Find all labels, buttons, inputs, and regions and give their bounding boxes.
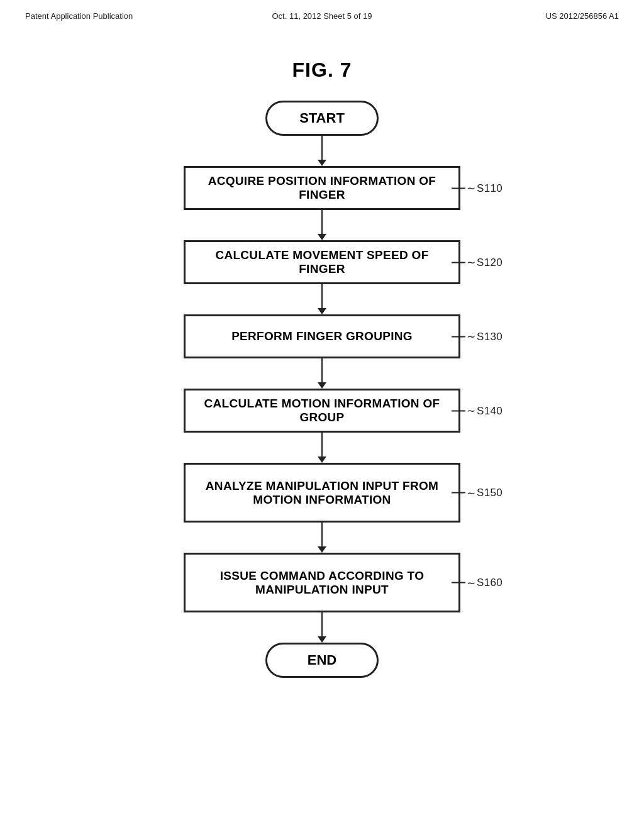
connector-1 xyxy=(321,136,323,160)
connector-3 xyxy=(321,284,323,308)
step-s150-number: ∼ S150 xyxy=(452,486,502,499)
step-s140-label: CALCULATE MOTION INFORMATION OF GROUP xyxy=(198,397,446,424)
flowchart: START ACQUIRE POSITION INFORMATION OF FI… xyxy=(0,101,644,678)
step-s160-label: ISSUE COMMAND ACCORDING TO MANIPULATION … xyxy=(198,569,446,597)
step-s110-label: ACQUIRE POSITION INFORMATION OF FINGER xyxy=(198,174,446,202)
connector-7 xyxy=(321,612,323,636)
step-s150-box: ANALYZE MANIPULATION INPUT FROM MOTION I… xyxy=(184,463,460,523)
step-s120-number: ∼ S120 xyxy=(452,256,502,269)
date-sheet-label: Oct. 11, 2012 Sheet 5 of 19 xyxy=(272,11,372,21)
publication-label: Patent Application Publication xyxy=(25,11,133,21)
figure-title: FIG. 7 xyxy=(0,58,644,82)
step-s130-box: PERFORM FINGER GROUPING ∼ S130 xyxy=(184,314,460,358)
header-right: US 2012/256856 A1 xyxy=(421,11,619,21)
connector-5 xyxy=(321,433,323,456)
end-box: END xyxy=(265,643,379,678)
step-s160-number: ∼ S160 xyxy=(452,576,502,589)
connector-4 xyxy=(321,358,323,382)
start-label: START xyxy=(299,110,345,126)
connector-6 xyxy=(321,523,323,546)
header-center: Oct. 11, 2012 Sheet 5 of 19 xyxy=(223,11,421,21)
step-s150-label: ANALYZE MANIPULATION INPUT FROM MOTION I… xyxy=(198,479,446,507)
step-s130-label: PERFORM FINGER GROUPING xyxy=(231,329,413,343)
step-s140-box: CALCULATE MOTION INFORMATION OF GROUP ∼ … xyxy=(184,389,460,433)
step-s120-label: CALCULATE MOVEMENT SPEED OF FINGER xyxy=(198,248,446,276)
step-s130-number: ∼ S130 xyxy=(452,330,502,343)
step-s120-box: CALCULATE MOVEMENT SPEED OF FINGER ∼ S12… xyxy=(184,240,460,284)
start-box: START xyxy=(265,101,379,136)
step-s110-number: ∼ S110 xyxy=(452,182,502,195)
connector-2 xyxy=(321,210,323,234)
step-s160-box: ISSUE COMMAND ACCORDING TO MANIPULATION … xyxy=(184,553,460,612)
patent-number-label: US 2012/256856 A1 xyxy=(546,11,619,21)
step-s110-box: ACQUIRE POSITION INFORMATION OF FINGER ∼… xyxy=(184,166,460,210)
header-left: Patent Application Publication xyxy=(25,11,223,21)
end-label: END xyxy=(308,652,336,668)
step-s140-number: ∼ S140 xyxy=(452,404,502,418)
page-header: Patent Application Publication Oct. 11, … xyxy=(0,0,644,21)
